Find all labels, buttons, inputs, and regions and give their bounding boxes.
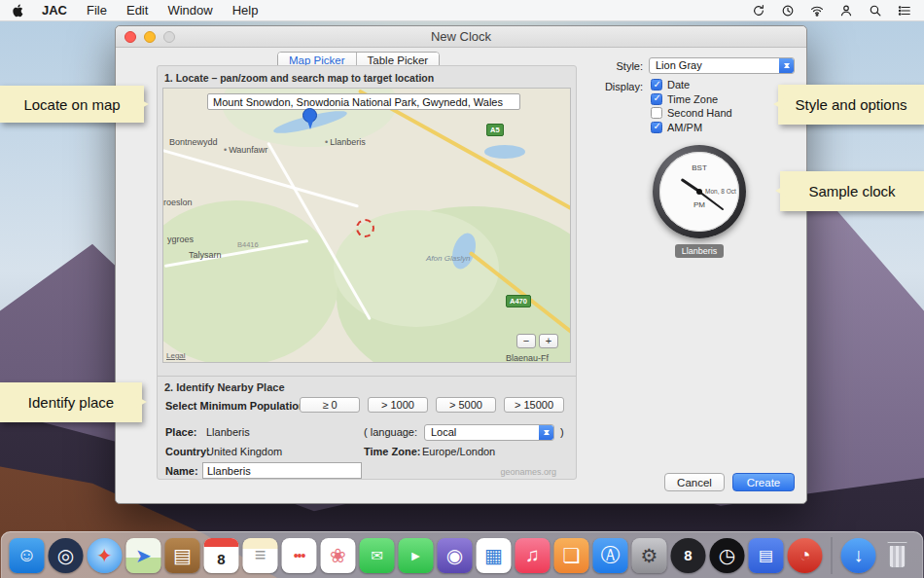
style-dropdown[interactable]: Lion Gray: [649, 57, 795, 74]
user-icon[interactable]: [838, 3, 854, 18]
dropdown-stepper-icon: [779, 58, 794, 73]
finder-icon: ☺: [17, 544, 36, 566]
callout-arrow-icon: [769, 185, 786, 197]
dock-icon-reminders[interactable]: •••: [282, 538, 317, 573]
trash-icon: [889, 545, 906, 568]
dock-icon-safari[interactable]: ✦: [88, 538, 123, 573]
menu-help[interactable]: Help: [232, 3, 259, 18]
dock-icon-system-preferences[interactable]: ⚙: [632, 538, 667, 573]
callout-text: Locate on map: [23, 96, 120, 113]
search-icon[interactable]: [868, 3, 883, 18]
geonames-watermark: geonames.org: [500, 467, 556, 477]
dock-icon-downloads[interactable]: ↓: [841, 538, 876, 573]
dock-separator: [832, 537, 833, 574]
language-dropdown[interactable]: Local: [424, 424, 554, 441]
calendar-icon: 8: [217, 551, 225, 567]
map-view[interactable]: Bontnewydd Waunfawr Llanberis roeslon yg…: [162, 88, 571, 363]
checkbox-second-hand[interactable]: [651, 107, 662, 119]
dock-icon-app-store[interactable]: Ⓐ: [593, 538, 628, 573]
place-label: Place:: [165, 426, 196, 438]
language-dropdown-value: Local: [431, 426, 456, 438]
population-buttons: ≥ 0 > 1000 > 5000 > 15000: [300, 397, 564, 413]
road-badge-a5: A5: [486, 124, 504, 136]
min-population-label: Select Minimum Population:: [165, 400, 308, 412]
books-icon: ❏: [563, 544, 581, 567]
dock-icon-world-clock[interactable]: ◷: [710, 538, 745, 573]
dock-icon-notes[interactable]: ≡: [243, 538, 278, 573]
checkbox-timezone[interactable]: [651, 93, 662, 105]
maps-icon: ➤: [135, 544, 152, 567]
section-locate-heading: 1. Locate – pan/zoom and search map to t…: [164, 72, 434, 84]
dock-icon-siri[interactable]: ◎: [49, 538, 84, 573]
zoom-out-button[interactable]: −: [516, 334, 536, 348]
clock-timezone-abbr: BST: [659, 163, 739, 172]
population-button-0[interactable]: ≥ 0: [300, 397, 360, 413]
checkbox-timezone-label: Time Zone: [667, 93, 718, 105]
clock-icon[interactable]: [780, 3, 796, 18]
dock-icon-charts[interactable]: ▦: [477, 538, 512, 573]
clock-center-cap: [696, 189, 702, 195]
dock-icon-facetime[interactable]: ►: [399, 538, 434, 573]
population-button-1000[interactable]: > 1000: [368, 397, 428, 413]
dock-icon-trash[interactable]: [880, 538, 915, 573]
language-close-paren: ): [560, 426, 564, 438]
style-dropdown-value: Lion Gray: [656, 59, 702, 71]
dock-icon-documents[interactable]: ▤: [749, 538, 784, 573]
dock: ☺ ◎ ✦ ➤ ▤ 8 ≡ ••• ❀ ✉ ► ◉ ▦ ♫ ❏ Ⓐ ⚙ 8 ◷ …: [1, 531, 924, 578]
dock-icon-maps[interactable]: ➤: [126, 538, 161, 573]
create-button[interactable]: Create: [732, 473, 795, 491]
map-label: Afon Glaslyn: [426, 254, 470, 263]
display-options: Date Time Zone Second Hand AM/PM: [651, 78, 732, 134]
map-label: Talysarn: [189, 250, 222, 260]
app-menu-jac[interactable]: JAC: [42, 3, 67, 18]
map-search-input[interactable]: [207, 93, 520, 110]
apple-menu-icon[interactable]: [12, 3, 26, 18]
dock-icon-contacts[interactable]: ▤: [165, 538, 200, 573]
trash-icon: [887, 541, 908, 544]
menu-edit[interactable]: Edit: [126, 3, 148, 18]
section-identify-heading: 2. Identify Nearby Place: [164, 381, 285, 393]
population-button-5000[interactable]: > 5000: [436, 397, 496, 413]
picker-panel: 1. Locate – pan/zoom and search map to t…: [157, 65, 577, 480]
population-button-15000[interactable]: > 15000: [504, 397, 564, 413]
zoom-in-button[interactable]: +: [539, 334, 558, 348]
dock-icon-music[interactable]: ♫: [515, 538, 551, 573]
menu-file[interactable]: File: [87, 3, 107, 18]
menu-window[interactable]: Window: [167, 3, 212, 18]
map-label: ygroes: [167, 235, 194, 244]
cancel-button[interactable]: Cancel: [664, 473, 725, 491]
country-value: United Kingdom: [206, 446, 282, 457]
clock-date: Mon, 8 Oct: [705, 188, 738, 195]
name-input[interactable]: [202, 462, 362, 479]
checkbox-date[interactable]: [651, 79, 662, 90]
charts-icon: ▦: [484, 544, 503, 567]
map-label: roeslon: [163, 198, 193, 207]
legal-link[interactable]: Legal: [166, 351, 186, 360]
clock-face: BST Mon, 8 Oct PM: [659, 152, 739, 232]
menu-list-icon[interactable]: [897, 3, 912, 18]
eight-ball-icon: 8: [684, 547, 692, 563]
dock-icon-finder[interactable]: ☺: [10, 538, 45, 573]
callout-text: Identify place: [28, 394, 114, 411]
dock-icon-photo-booth[interactable]: ◉: [438, 538, 473, 573]
wifi-icon[interactable]: [809, 3, 825, 18]
dock-icon-calendar[interactable]: 8: [204, 538, 239, 573]
dock-icon-stopwatch[interactable]: ◔: [788, 538, 823, 573]
dock-icon-eight-ball[interactable]: 8: [671, 538, 706, 573]
dock-icon-books[interactable]: ❏: [554, 538, 589, 573]
style-label: Style:: [602, 60, 643, 72]
dock-icon-photos[interactable]: ❀: [321, 538, 356, 573]
sync-icon[interactable]: [751, 3, 766, 18]
road-label-b4416: B4416: [237, 240, 259, 249]
map-water-patch: [484, 145, 525, 159]
gear-icon: ⚙: [641, 544, 658, 567]
documents-icon: ▤: [759, 546, 773, 564]
title-bar: New Clock: [116, 26, 806, 48]
new-clock-window: New Clock Map Picker Table Picker 1. Loc…: [115, 25, 807, 504]
checkbox-ampm[interactable]: [651, 122, 662, 133]
dock-icon-messages[interactable]: ✉: [360, 538, 395, 573]
timezone-label: Time Zone:: [364, 446, 420, 457]
option-row-date: Date: [651, 78, 732, 92]
reminders-icon: •••: [294, 548, 305, 563]
callout-style-and-options: Style and options: [778, 85, 924, 125]
